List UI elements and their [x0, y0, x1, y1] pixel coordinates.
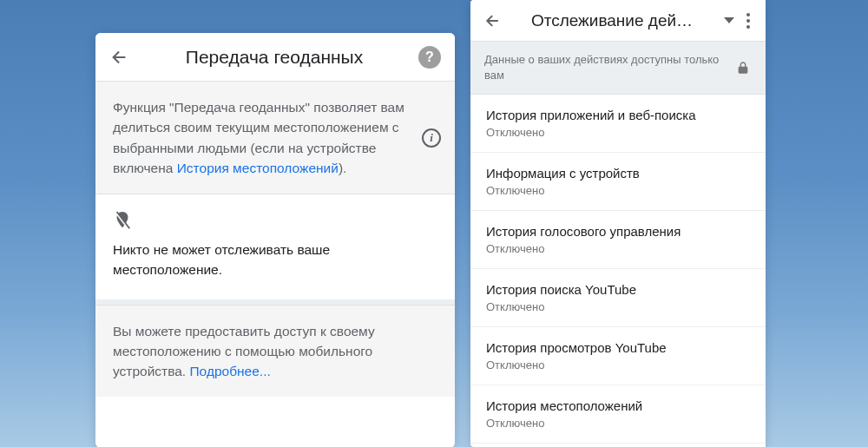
dropdown-arrow-icon[interactable]	[724, 17, 734, 23]
setting-voice-history[interactable]: История голосового управления Отключено	[470, 211, 766, 269]
learn-more-link[interactable]: Подробнее...	[189, 364, 270, 378]
setting-title: История просмотров YouTube	[486, 340, 750, 355]
setting-status: Отключено	[486, 242, 750, 255]
info-icon[interactable]: i	[422, 128, 441, 148]
setting-status: Отключено	[486, 417, 750, 430]
back-arrow-icon[interactable]	[109, 47, 130, 68]
setting-title: Информация с устройств	[486, 166, 750, 181]
setting-app-web-history[interactable]: История приложений и веб-поиска Отключен…	[470, 95, 766, 153]
description-text-suffix: ).	[339, 161, 346, 175]
header: Отслеживание дей…	[470, 0, 766, 42]
privacy-banner-text: Данные о ваших действиях доступны только…	[484, 52, 727, 83]
activity-tracking-screen: Отслеживание дей… Данные о ваших действи…	[470, 0, 766, 447]
setting-title: История поиска YouTube	[486, 282, 750, 297]
settings-list: История приложений и веб-поиска Отключен…	[470, 95, 766, 444]
help-icon[interactable]: ?	[418, 46, 441, 69]
grant-access-card: Вы можете предоставить доступ к своему м…	[95, 305, 455, 398]
back-arrow-icon[interactable]	[483, 10, 503, 31]
setting-location-history[interactable]: История местоположений Отключено	[470, 385, 766, 444]
feature-description-card: Функция "Передача геоданных" позволяет в…	[95, 82, 455, 194]
setting-title: История местоположений	[486, 398, 750, 413]
setting-status: Отключено	[486, 126, 750, 139]
setting-title: История голосового управления	[486, 224, 750, 239]
privacy-banner: Данные о ваших действиях доступны только…	[470, 42, 766, 95]
setting-status: Отключено	[486, 358, 750, 371]
location-sharing-screen: Передача геоданных ? Функция "Передача г…	[95, 33, 455, 447]
page-title: Отслеживание дей…	[509, 11, 715, 30]
location-history-link[interactable]: История местоположений	[177, 161, 339, 175]
tracking-status-card: Никто не может отслеживать ваше местопол…	[95, 194, 455, 305]
setting-status: Отключено	[486, 300, 750, 313]
setting-title: История приложений и веб-поиска	[486, 108, 750, 122]
page-title: Передача геоданных	[137, 47, 411, 68]
tracking-status-text: Никто не может отслеживать ваше местопол…	[113, 240, 437, 280]
setting-youtube-watch[interactable]: История просмотров YouTube Отключено	[470, 327, 766, 385]
overflow-menu-icon[interactable]	[743, 10, 753, 32]
setting-status: Отключено	[486, 184, 750, 197]
lock-icon	[736, 59, 752, 76]
location-off-icon	[113, 210, 437, 233]
setting-device-info[interactable]: Информация с устройств Отключено	[470, 153, 766, 211]
header: Передача геоданных ?	[95, 33, 455, 82]
setting-youtube-search[interactable]: История поиска YouTube Отключено	[470, 269, 766, 327]
